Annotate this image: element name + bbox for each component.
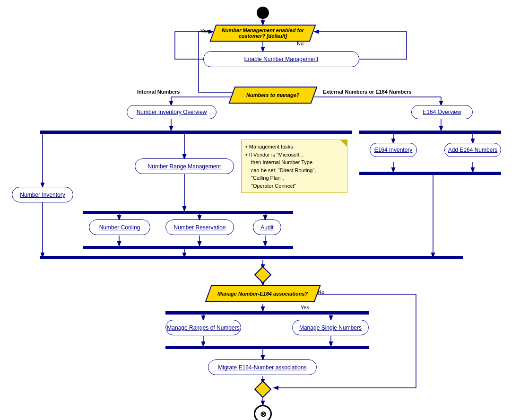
activity-diagram: Number Management enabled for customer? … bbox=[0, 0, 520, 420]
manage-single-link[interactable]: Manage Single Numbers bbox=[299, 324, 362, 331]
sync-bar-4 bbox=[40, 256, 463, 259]
num-inv-overview-box[interactable]: Number Inventory Overview bbox=[127, 105, 217, 119]
manage-ranges-link[interactable]: Manage Ranges of Numbers bbox=[167, 324, 239, 331]
decision-node-3: Manage Number-E164 associations? bbox=[205, 285, 321, 302]
sync-bar-1 bbox=[40, 131, 352, 134]
sync-bar-e164-bottom bbox=[359, 172, 501, 175]
decision1-label: Number Management enabled for customer? … bbox=[214, 27, 312, 39]
note-line-1: •Management tasks bbox=[245, 143, 343, 151]
yes-label-1: Yes bbox=[200, 28, 209, 34]
sync-bar-6 bbox=[165, 346, 369, 349]
enable-nm-link[interactable]: Enable Number Management bbox=[244, 56, 319, 62]
sync-bar-e164 bbox=[359, 131, 501, 134]
sync-bar-3 bbox=[83, 246, 293, 249]
yes-label-3: Yes bbox=[301, 305, 309, 310]
sync-bar-2 bbox=[83, 211, 293, 214]
sync-bar-5 bbox=[165, 311, 369, 315]
decision-node-1: Number Management enabled for customer? … bbox=[209, 25, 316, 42]
e164-inventory-link[interactable]: E164 Inventory bbox=[374, 147, 413, 153]
num-inventory-box[interactable]: Number Inventory bbox=[12, 187, 73, 202]
note-line-2: •If Vendor is "Microsoft", bbox=[245, 151, 343, 159]
note-line-6: "Operator Connect" bbox=[245, 182, 343, 190]
external-label: External Numbers or E164 Numbers bbox=[323, 89, 412, 95]
num-cooling-link[interactable]: Number Cooling bbox=[99, 224, 140, 231]
no-label-1: No bbox=[297, 41, 303, 46]
decision3-label: Manage Number-E164 associations? bbox=[217, 291, 308, 297]
add-e164-link[interactable]: Add E164 Numbers bbox=[448, 147, 498, 153]
note-line-3: then Internal Number Type bbox=[245, 158, 343, 166]
no-label-3: No bbox=[318, 289, 324, 295]
num-inventory-link[interactable]: Number Inventory bbox=[20, 192, 65, 198]
e164-overview-link[interactable]: E164 Overview bbox=[423, 109, 461, 115]
enable-nm-box[interactable]: Enable Number Management bbox=[203, 51, 359, 67]
note-line-5: "Calling Plan", bbox=[245, 174, 343, 182]
audit-link[interactable]: Audit bbox=[260, 224, 273, 231]
migrate-e164-link[interactable]: Migrate E164-Number associations bbox=[218, 364, 306, 371]
note-box: •Management tasks •If Vendor is "Microso… bbox=[241, 140, 347, 193]
end-node: ⊗ bbox=[254, 405, 272, 420]
internal-label: Internal Numbers bbox=[137, 89, 180, 95]
decision2-label: Numbers to manage? bbox=[246, 92, 299, 98]
e164-overview-box[interactable]: E164 Overview bbox=[411, 105, 473, 119]
manage-single-box[interactable]: Manage Single Numbers bbox=[292, 320, 369, 335]
decision-node-2: Numbers to manage? bbox=[228, 87, 317, 104]
audit-box[interactable]: Audit bbox=[253, 219, 281, 235]
start-node bbox=[257, 7, 269, 19]
migrate-e164-box[interactable]: Migrate E164-Number associations bbox=[208, 359, 317, 375]
e164-inventory-box[interactable]: E164 Inventory bbox=[370, 143, 417, 157]
num-range-mgmt-box[interactable]: Number Range Management bbox=[135, 158, 234, 174]
num-cooling-box[interactable]: Number Cooling bbox=[89, 219, 150, 235]
manage-ranges-box[interactable]: Manage Ranges of Numbers bbox=[165, 320, 241, 335]
num-inv-overview-link[interactable]: Number Inventory Overview bbox=[137, 109, 207, 115]
add-e164-box[interactable]: Add E164 Numbers bbox=[444, 143, 501, 157]
num-reservation-link[interactable]: Number Reservation bbox=[173, 224, 225, 231]
num-reservation-box[interactable]: Number Reservation bbox=[165, 219, 234, 235]
num-range-mgmt-link[interactable]: Number Range Management bbox=[148, 163, 221, 170]
note-line-4: can be set: "Direct Routing", bbox=[245, 166, 343, 175]
